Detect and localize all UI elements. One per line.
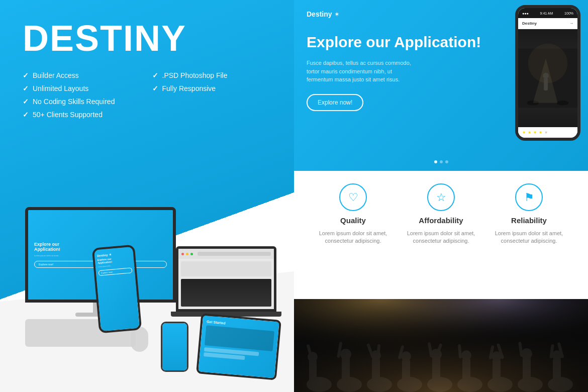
star-2: ★	[528, 130, 531, 135]
right-hero-section: Destiny ✶ Available for: ◆ ⊞ Explore our…	[294, 0, 588, 171]
reliability-title: Reliability	[511, 216, 547, 225]
features-row: ♡ Quality Lorem ipsum dolor sit amet, co…	[309, 183, 573, 245]
feature-card-reliability: ⚑ Reliability Lorem ipsum dolor sit amet…	[492, 183, 567, 245]
page-title: DESTINY	[23, 20, 271, 56]
device-mockup-area: Explore ourApplication! Lorem ipsum dolo…	[0, 111, 294, 392]
concert-svg	[518, 29, 577, 127]
left-content: DESTINY ✓ Builder Access ✓ .PSD Photosho…	[0, 0, 294, 119]
iphone-right-screen: ●●● 9:41 AM 100% Destiny →	[518, 8, 577, 138]
feature-clients: ✓ 50+ Clients Supported	[23, 111, 142, 119]
dot-yellow	[186, 253, 188, 255]
feature-no-coding: ✓ No Coding Skills Required	[23, 97, 142, 106]
iphone-left-button: Explore now!	[99, 267, 133, 276]
star-3: ★	[533, 130, 537, 135]
imac-mouse	[131, 327, 148, 352]
features-section: ♡ Quality Lorem ipsum dolor sit amet, co…	[294, 171, 588, 299]
iphone-rating-bar: ★ ★ ★ ★ ★	[518, 127, 577, 138]
bottom-concert-image	[294, 299, 588, 392]
iphone-time: 9:41 AM	[540, 12, 553, 15]
reliability-circle: ⚑	[515, 183, 543, 211]
app-nav-icon: ✶	[335, 12, 339, 17]
tablet-screen: Get Started	[198, 316, 279, 378]
feature-label: Fully Responsive	[162, 84, 216, 92]
feature-label: Unlimited Layouts	[33, 84, 88, 92]
reliability-desc: Lorem ipsum dolor sit amet, consectetur …	[492, 230, 567, 245]
flag-icon: ⚑	[524, 191, 534, 204]
features-list: ✓ Builder Access ✓ .PSD Photoshop File ✓…	[23, 71, 271, 106]
affordability-desc: Lorem ipsum dolor sit amet, consectetur …	[404, 230, 479, 245]
right-panel: Destiny ✶ Available for: ◆ ⊞ Explore our…	[294, 0, 588, 392]
iphone-arrow-icon: →	[569, 21, 573, 26]
feature-psd-file: ✓ .PSD Photoshop File	[152, 71, 272, 79]
laptop-body-content	[178, 259, 274, 309]
quality-circle: ♡	[339, 183, 367, 211]
star-1: ★	[522, 130, 526, 135]
iphone-left-mockup: Destiny ✶ Explore ourApplication! Lorem …	[92, 245, 142, 334]
affordability-circle: ☆	[427, 183, 455, 211]
concert-silhouette	[518, 29, 577, 127]
iphone-status-bar: ●●● 9:41 AM 100%	[518, 8, 577, 18]
check-icon: ✓	[23, 97, 29, 106]
iphone-battery: 100%	[564, 12, 573, 15]
small-phone-mockup	[161, 322, 188, 372]
feature-label: No Coding Skills Required	[33, 97, 115, 106]
check-icon: ✓	[23, 84, 29, 92]
feature-fully-responsive: ✓ Fully Responsive	[152, 84, 272, 92]
dot-red	[181, 253, 184, 255]
star-icon: ☆	[436, 191, 446, 204]
features-list-row2: ✓ 50+ Clients Supported	[23, 111, 271, 119]
small-phone-screen	[162, 323, 187, 370]
laptop-screen-header	[178, 249, 274, 259]
laptop-screen-content	[178, 249, 274, 309]
laptop-concert-image	[181, 279, 271, 307]
iphone-app-title: Destiny	[522, 21, 537, 26]
laptop-screen	[176, 246, 276, 312]
feature-label: 50+ Clients Supported	[33, 111, 103, 119]
app-name-header: Destiny ✶	[307, 10, 339, 18]
laptop-mockup	[168, 246, 284, 317]
star-5: ★	[544, 130, 548, 135]
tablet-mockup: Get Started	[196, 313, 281, 380]
laptop-image-placeholder	[181, 279, 271, 307]
left-panel: DESTINY ✓ Builder Access ✓ .PSD Photosho…	[0, 0, 294, 392]
star-4: ★	[539, 130, 542, 135]
iphone-left-screen: Destiny ✶ Explore ourApplication! Lorem …	[94, 247, 140, 331]
feature-label: .PSD Photoshop File	[162, 71, 228, 79]
check-icon: ✓	[23, 71, 29, 79]
iphone-right-mockup: ●●● 9:41 AM 100% Destiny →	[515, 5, 580, 141]
check-icon: ✓	[152, 84, 158, 92]
dot-green	[190, 253, 193, 255]
feature-card-quality: ♡ Quality Lorem ipsum dolor sit amet, co…	[316, 183, 391, 245]
feature-card-affordability: ☆ Affordability Lorem ipsum dolor sit am…	[404, 183, 479, 245]
svg-rect-50	[294, 299, 588, 392]
svg-point-3	[557, 101, 569, 106]
check-icon: ✓	[152, 71, 158, 79]
crowd-svg	[294, 299, 588, 392]
iphone-carrier: ●●●	[522, 12, 529, 15]
quality-desc: Lorem ipsum dolor sit amet, consectetur …	[316, 230, 391, 245]
affordability-title: Affordability	[419, 216, 463, 225]
iphone-app-image	[518, 29, 577, 127]
tablet-image	[205, 325, 274, 351]
check-icon: ✓	[23, 111, 29, 119]
laptop-header-placeholder	[181, 261, 271, 276]
address-bar	[198, 252, 271, 256]
feature-unlimited-layouts: ✓ Unlimited Layouts	[23, 84, 142, 92]
feature-builder-access: ✓ Builder Access	[23, 71, 142, 79]
concert-crowd	[294, 299, 588, 392]
iphone-app-header: Destiny →	[518, 18, 577, 29]
hero-description: Fusce dapibus, tellus ac cursus commodo,…	[307, 59, 417, 84]
feature-label: Builder Access	[33, 71, 79, 79]
tablet-screen-content: Get Started	[198, 316, 279, 378]
quality-title: Quality	[340, 216, 366, 225]
heart-icon: ♡	[348, 191, 358, 204]
app-name-label: Destiny	[307, 10, 332, 18]
explore-now-button[interactable]: Explore now!	[307, 94, 363, 111]
